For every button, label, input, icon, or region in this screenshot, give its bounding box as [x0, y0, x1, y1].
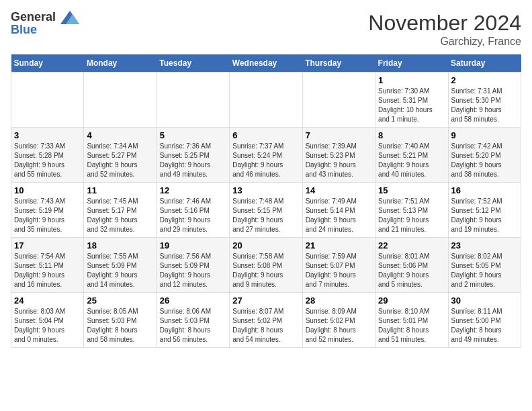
- calendar-cell: 17Sunrise: 7:54 AM Sunset: 5:11 PM Dayli…: [11, 238, 84, 293]
- day-number: 20: [232, 240, 299, 250]
- day-number: 28: [306, 295, 372, 306]
- day-info: Sunrise: 7:51 AM Sunset: 5:13 PM Dayligh…: [378, 197, 445, 234]
- week-row-5: 24Sunrise: 8:03 AM Sunset: 5:04 PM Dayli…: [11, 293, 521, 348]
- location: Garchizy, France: [368, 36, 521, 48]
- week-row-3: 10Sunrise: 7:43 AM Sunset: 5:19 PM Dayli…: [11, 183, 521, 238]
- day-number: 21: [306, 240, 372, 250]
- day-number: 23: [451, 240, 518, 250]
- day-number: 16: [451, 185, 518, 195]
- calendar-cell: [11, 73, 84, 128]
- day-info: Sunrise: 7:48 AM Sunset: 5:15 PM Dayligh…: [232, 197, 299, 234]
- day-number: 6: [232, 130, 299, 140]
- day-number: 15: [378, 185, 445, 195]
- calendar-cell: 3Sunrise: 7:33 AM Sunset: 5:28 PM Daylig…: [11, 128, 84, 183]
- day-info: Sunrise: 7:45 AM Sunset: 5:17 PM Dayligh…: [87, 197, 153, 234]
- day-info: Sunrise: 7:56 AM Sunset: 5:09 PM Dayligh…: [160, 252, 226, 289]
- logo-general: General: [11, 10, 56, 24]
- day-number: 1: [378, 75, 445, 85]
- weekday-header-thursday: Thursday: [302, 54, 375, 73]
- weekday-header-row: SundayMondayTuesdayWednesdayThursdayFrid…: [11, 54, 521, 73]
- logo: General Blue: [11, 11, 79, 37]
- day-info: Sunrise: 8:03 AM Sunset: 5:04 PM Dayligh…: [14, 307, 81, 345]
- month-title: November 2024: [368, 11, 521, 36]
- calendar-cell: 10Sunrise: 7:43 AM Sunset: 5:19 PM Dayli…: [11, 183, 84, 238]
- weekday-header-wednesday: Wednesday: [230, 54, 302, 73]
- calendar-cell: 15Sunrise: 7:51 AM Sunset: 5:13 PM Dayli…: [375, 183, 448, 238]
- day-info: Sunrise: 7:36 AM Sunset: 5:25 PM Dayligh…: [160, 142, 226, 179]
- day-number: 13: [232, 185, 299, 195]
- calendar-cell: 2Sunrise: 7:31 AM Sunset: 5:30 PM Daylig…: [448, 73, 521, 128]
- calendar-cell: 19Sunrise: 7:56 AM Sunset: 5:09 PM Dayli…: [157, 238, 229, 293]
- calendar-cell: [302, 73, 375, 128]
- week-row-4: 17Sunrise: 7:54 AM Sunset: 5:11 PM Dayli…: [11, 238, 521, 293]
- weekday-header-monday: Monday: [84, 54, 157, 73]
- day-info: Sunrise: 8:06 AM Sunset: 5:03 PM Dayligh…: [160, 307, 226, 345]
- day-info: Sunrise: 7:30 AM Sunset: 5:31 PM Dayligh…: [378, 87, 445, 124]
- day-number: 17: [14, 240, 81, 250]
- day-number: 3: [14, 130, 81, 140]
- calendar-cell: 22Sunrise: 8:01 AM Sunset: 5:06 PM Dayli…: [375, 238, 448, 293]
- calendar-table: SundayMondayTuesdayWednesdayThursdayFrid…: [11, 54, 521, 348]
- day-number: 24: [14, 295, 81, 306]
- day-number: 14: [306, 185, 372, 195]
- title-section: November 2024 Garchizy, France: [368, 11, 521, 48]
- day-info: Sunrise: 7:52 AM Sunset: 5:12 PM Dayligh…: [451, 197, 518, 234]
- day-number: 19: [160, 240, 226, 250]
- calendar-cell: 6Sunrise: 7:37 AM Sunset: 5:24 PM Daylig…: [230, 128, 302, 183]
- day-info: Sunrise: 8:01 AM Sunset: 5:06 PM Dayligh…: [378, 252, 445, 289]
- calendar-cell: [157, 73, 229, 128]
- day-number: 2: [451, 75, 518, 85]
- calendar-cell: 9Sunrise: 7:42 AM Sunset: 5:20 PM Daylig…: [448, 128, 521, 183]
- day-info: Sunrise: 7:55 AM Sunset: 5:09 PM Dayligh…: [87, 252, 153, 289]
- calendar-cell: 14Sunrise: 7:49 AM Sunset: 5:14 PM Dayli…: [302, 183, 375, 238]
- day-number: 27: [232, 295, 299, 306]
- day-number: 7: [306, 130, 372, 140]
- calendar-cell: 11Sunrise: 7:45 AM Sunset: 5:17 PM Dayli…: [84, 183, 157, 238]
- day-number: 30: [451, 295, 518, 306]
- calendar-cell: 26Sunrise: 8:06 AM Sunset: 5:03 PM Dayli…: [157, 293, 229, 348]
- logo-blue: Blue: [11, 23, 79, 37]
- day-info: Sunrise: 7:43 AM Sunset: 5:19 PM Dayligh…: [14, 197, 81, 234]
- calendar-cell: 25Sunrise: 8:05 AM Sunset: 5:03 PM Dayli…: [84, 293, 157, 348]
- calendar-cell: [84, 73, 157, 128]
- calendar-cell: 8Sunrise: 7:40 AM Sunset: 5:21 PM Daylig…: [375, 128, 448, 183]
- day-info: Sunrise: 7:59 AM Sunset: 5:07 PM Dayligh…: [306, 252, 372, 289]
- weekday-header-saturday: Saturday: [448, 54, 521, 73]
- day-number: 5: [160, 130, 226, 140]
- day-info: Sunrise: 8:11 AM Sunset: 5:00 PM Dayligh…: [451, 307, 518, 345]
- calendar-cell: 30Sunrise: 8:11 AM Sunset: 5:00 PM Dayli…: [448, 293, 521, 348]
- day-number: 18: [87, 240, 153, 250]
- day-info: Sunrise: 7:34 AM Sunset: 5:27 PM Dayligh…: [87, 142, 153, 179]
- day-info: Sunrise: 8:09 AM Sunset: 5:02 PM Dayligh…: [306, 307, 372, 345]
- day-info: Sunrise: 8:02 AM Sunset: 5:05 PM Dayligh…: [451, 252, 518, 289]
- day-info: Sunrise: 8:07 AM Sunset: 5:02 PM Dayligh…: [232, 307, 299, 345]
- calendar-cell: 24Sunrise: 8:03 AM Sunset: 5:04 PM Dayli…: [11, 293, 84, 348]
- calendar-cell: 18Sunrise: 7:55 AM Sunset: 5:09 PM Dayli…: [84, 238, 157, 293]
- day-info: Sunrise: 7:58 AM Sunset: 5:08 PM Dayligh…: [232, 252, 299, 289]
- day-number: 29: [378, 295, 445, 306]
- day-info: Sunrise: 7:49 AM Sunset: 5:14 PM Dayligh…: [306, 197, 372, 234]
- day-info: Sunrise: 7:40 AM Sunset: 5:21 PM Dayligh…: [378, 142, 445, 179]
- weekday-header-sunday: Sunday: [11, 54, 84, 73]
- week-row-1: 1Sunrise: 7:30 AM Sunset: 5:31 PM Daylig…: [11, 73, 521, 128]
- calendar-cell: 16Sunrise: 7:52 AM Sunset: 5:12 PM Dayli…: [448, 183, 521, 238]
- calendar-cell: 20Sunrise: 7:58 AM Sunset: 5:08 PM Dayli…: [230, 238, 302, 293]
- calendar-cell: 7Sunrise: 7:39 AM Sunset: 5:23 PM Daylig…: [302, 128, 375, 183]
- day-number: 22: [378, 240, 445, 250]
- calendar-cell: 1Sunrise: 7:30 AM Sunset: 5:31 PM Daylig…: [375, 73, 448, 128]
- day-info: Sunrise: 7:37 AM Sunset: 5:24 PM Dayligh…: [232, 142, 299, 179]
- week-row-2: 3Sunrise: 7:33 AM Sunset: 5:28 PM Daylig…: [11, 128, 521, 183]
- logo-icon: [60, 11, 79, 24]
- calendar-cell: 23Sunrise: 8:02 AM Sunset: 5:05 PM Dayli…: [448, 238, 521, 293]
- page-header: General Blue November 2024 Garchizy, Fra…: [11, 11, 521, 48]
- calendar-cell: 28Sunrise: 8:09 AM Sunset: 5:02 PM Dayli…: [302, 293, 375, 348]
- calendar-cell: 12Sunrise: 7:46 AM Sunset: 5:16 PM Dayli…: [157, 183, 229, 238]
- calendar-cell: 13Sunrise: 7:48 AM Sunset: 5:15 PM Dayli…: [230, 183, 302, 238]
- day-info: Sunrise: 7:39 AM Sunset: 5:23 PM Dayligh…: [306, 142, 372, 179]
- calendar-cell: 5Sunrise: 7:36 AM Sunset: 5:25 PM Daylig…: [157, 128, 229, 183]
- day-info: Sunrise: 7:33 AM Sunset: 5:28 PM Dayligh…: [14, 142, 81, 179]
- day-number: 4: [87, 130, 153, 140]
- weekday-header-friday: Friday: [375, 54, 448, 73]
- day-number: 26: [160, 295, 226, 306]
- day-number: 12: [160, 185, 226, 195]
